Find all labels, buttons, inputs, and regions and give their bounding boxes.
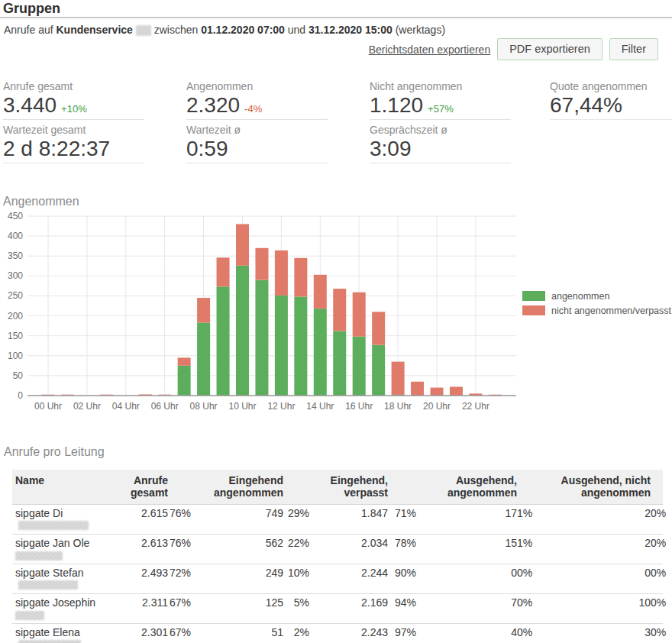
export-pdf-button[interactable]: PDF exportieren [497,38,603,60]
stat-value: 3:09 [370,137,511,161]
bar-segment-answered[interactable] [255,280,268,396]
legend-swatch [522,305,545,315]
bar-segment-answered[interactable] [333,331,346,396]
cell-value: 562 [266,538,283,549]
calls-per-line-table: NameAnrufe gesamtEingehend angenommenEin… [12,470,663,643]
column-header: Eingehend, verpasst [309,470,416,504]
cell-value: 2 [645,508,651,519]
cell-percent: 0% [651,627,663,638]
legend-swatch [522,291,545,301]
export-report-data-link[interactable]: Berichtsdaten exportieren [369,39,491,60]
stat-label: Angenommen [186,80,328,93]
filter-button[interactable]: Filter [609,38,658,60]
bar-segment-missed[interactable] [392,362,405,395]
bar-segment-missed[interactable] [197,298,210,322]
stat-card: Anrufe gesamt3.440+10% [3,76,144,120]
cell-percent: 76% [168,538,191,549]
redacted-name-part [18,521,89,530]
table-row: sipgate Stefan2.49372%24910%2.24490%00%0… [12,564,663,594]
x-tick-label: 08 Uhr [190,401,218,412]
bar-segment-answered[interactable] [275,296,288,396]
y-tick-label: 200 [8,311,23,322]
answered-calls-chart[interactable]: 05010015020025030035040045000 Uhr02 Uhr0… [0,208,672,429]
call-count-cell: 24910% [191,564,309,582]
cell-value: 3 [645,627,651,638]
bar-segment-missed[interactable] [217,257,230,286]
stat-card: Nicht angenommen1.120+57% [370,76,511,120]
stat-card: Quote angenommen67,44% [550,76,672,120]
subtitle-conj: und [288,24,305,36]
title-divider [0,17,672,18]
table-title: Anrufe pro Leitung [4,445,105,459]
kpi-stats: Anrufe gesamt3.440+10%Angenommen2.320-4%… [3,76,672,163]
cell-percent: 0% [651,597,663,609]
bar-segment-answered[interactable] [294,296,307,396]
bar-segment-answered[interactable] [314,309,327,396]
call-count-cell: 1.84771% [309,505,416,522]
bar-segment-missed[interactable] [294,258,307,297]
bar-segment-missed[interactable] [431,388,444,396]
call-count-cell: 2.49372% [123,564,191,582]
stat-value: 1.120+57% [370,93,511,121]
y-tick-label: 250 [8,290,23,301]
redacted-name-part [18,580,78,590]
bar-segment-missed[interactable] [178,357,191,365]
call-count-cell: 20% [532,505,663,522]
bar-segment-answered[interactable] [236,266,249,396]
stat-label: Gesprächszeit ø [370,124,511,137]
stat-label: Nicht angenommen [370,80,511,93]
bar-segment-missed[interactable] [255,248,268,280]
table-row: sipgate Josephin2.31167%1255%2.16994%70%… [12,594,663,624]
call-count-cell: 2.61376% [123,535,191,552]
x-tick-label: 10 Uhr [228,401,256,412]
bar-segment-answered[interactable] [197,322,210,396]
call-count-cell: 20% [532,535,663,552]
cell-percent: 0% [651,508,663,519]
table-row: sipgate Di2.61576%74929%1.84771%171%20% [12,505,663,535]
x-tick-label: 04 Uhr [112,401,140,412]
y-tick-label: 450 [8,211,23,221]
cell-value: 2.613 [141,538,168,549]
bar-segment-missed[interactable] [411,382,424,396]
table-row: sipgate Elena2.30167%512%2.24397%40%30% [12,624,663,643]
bar-segment-missed[interactable] [353,292,366,337]
cell-value: 0 [511,567,517,579]
bar-segment-missed[interactable] [275,250,288,296]
bar-segment-missed[interactable] [333,289,346,331]
cell-value: 7 [511,597,517,609]
column-header: Ausgehend, nicht angenommen [532,470,663,504]
bar-segment-missed[interactable] [372,312,385,344]
bar-segment-missed[interactable] [236,224,249,265]
cell-value: 2 [645,538,651,549]
stat-label: Anrufe gesamt [3,80,144,93]
call-count-cell: 00% [532,564,663,582]
call-count-cell: 2.31167% [123,594,191,612]
subtitle-suffix: (werktags) [396,24,445,36]
bar-segment-answered[interactable] [372,345,385,396]
bar-segment-missed[interactable] [450,387,463,396]
column-header: Eingehend angenommen [191,470,309,504]
cell-percent: 67% [168,597,191,609]
y-tick-label: 300 [8,270,23,281]
cell-value: 51 [271,627,283,638]
cell-percent: 2% [283,627,309,638]
bar-segment-answered[interactable] [178,366,191,396]
legend-label: nicht angenommen/verpasst [551,305,672,316]
table-header-row: NameAnrufe gesamtEingehend angenommenEin… [12,470,663,505]
x-tick-label: 00 Uhr [34,401,62,412]
call-count-cell: 1255% [191,594,309,612]
column-header: Name [12,470,123,492]
y-tick-label: 0 [18,390,23,401]
call-count-cell: 512% [191,624,309,641]
bar-segment-answered[interactable] [353,337,366,396]
line-name: sipgate Josephin [12,594,123,623]
cell-value: 2.244 [361,567,388,579]
cell-value: 2.311 [142,597,168,609]
cell-percent: 78% [388,538,416,549]
bar-segment-missed[interactable] [314,275,327,309]
report-page: Gruppen Anrufe auf Kundenservice zwische… [0,0,672,643]
cell-value: 4 [511,627,517,638]
stat-label: Quote angenommen [550,80,672,93]
stat-card: Wartezeit ø0:59 [186,120,328,163]
bar-segment-answered[interactable] [217,286,230,396]
